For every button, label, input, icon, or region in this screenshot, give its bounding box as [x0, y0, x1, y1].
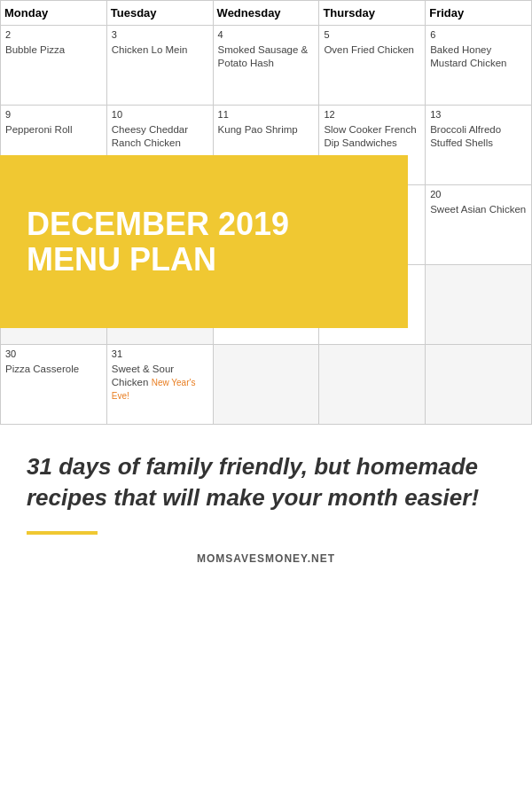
footer-url: MOMSAVESMONEY.NET	[27, 552, 505, 578]
day-cell: 5 Oven Fried Chicken	[319, 26, 426, 106]
banner-overlay: DECEMBER 2019 MENU PLAN	[0, 155, 408, 328]
day-cell: 3 Chicken Lo Mein	[106, 26, 213, 106]
header-wednesday: Wednesday	[213, 1, 319, 26]
day-cell: 6 Baked Honey Mustard Chicken	[426, 26, 532, 106]
day-cell: 4 Smoked Sausage & Potato Hash	[213, 26, 319, 106]
divider-line	[27, 531, 98, 535]
day-cell: 31 Sweet & Sour Chicken New Year's Eve!	[106, 345, 213, 425]
day-cell: 13 Broccoli Alfredo Stuffed Shells	[426, 106, 532, 185]
day-cell: 30 Pizza Casserole	[1, 345, 107, 425]
table-row: 2 Bubble Pizza 3 Chicken Lo Mein 4 Smoke…	[1, 26, 532, 106]
day-cell: 2 Bubble Pizza	[1, 26, 107, 106]
bottom-section: 31 days of family friendly, but homemade…	[0, 425, 532, 596]
day-cell	[319, 345, 426, 425]
table-row: 30 Pizza Casserole 31 Sweet & Sour Chick…	[1, 345, 532, 425]
header-thursday: Thursday	[319, 1, 426, 26]
day-cell: 20 Sweet Asian Chicken	[426, 185, 532, 265]
day-cell	[213, 345, 319, 425]
day-cell	[426, 265, 532, 345]
banner-title-line2: MENU PLAN	[27, 242, 381, 278]
day-cell	[426, 345, 532, 425]
header-tuesday: Tuesday	[106, 1, 213, 26]
header-monday: Monday	[1, 1, 107, 26]
calendar-wrapper: Monday Tuesday Wednesday Thursday Friday…	[0, 0, 532, 425]
header-friday: Friday	[426, 1, 532, 26]
banner-title-line1: DECEMBER 2019	[27, 207, 381, 242]
tagline: 31 days of family friendly, but homemade…	[27, 451, 505, 513]
